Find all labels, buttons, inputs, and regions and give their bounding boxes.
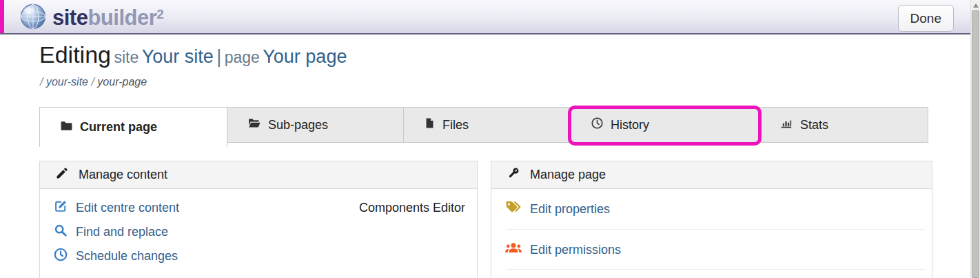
clock-icon	[591, 117, 604, 133]
schedule-changes-link[interactable]: Schedule changes	[53, 247, 178, 266]
app-header: sitebuilder2 Done	[0, 0, 980, 34]
breadcrumb: / your-site / your-page	[40, 76, 147, 88]
edit-properties-link[interactable]: Edit properties	[504, 199, 610, 219]
tab-history[interactable]: History	[570, 107, 759, 143]
content-row: Edit centre content Components Editor	[53, 196, 465, 220]
tab-current-page[interactable]: Current page	[39, 107, 227, 147]
folder-open-icon	[247, 117, 261, 133]
breadcrumb-site-link[interactable]: your-site	[46, 76, 88, 88]
bar-chart-icon	[779, 117, 793, 133]
manage-content-header: Manage content	[40, 161, 477, 189]
breadcrumb-slash: /	[40, 76, 43, 88]
find-and-replace-link[interactable]: Find and replace	[53, 223, 168, 241]
search-icon	[53, 223, 68, 241]
manage-page-panel: Manage page Edit properties Edit permiss…	[491, 161, 932, 278]
page-title: Editing site Your site | page Your page	[39, 41, 347, 68]
panel-title: Manage page	[530, 168, 606, 182]
tab-label: History	[611, 118, 649, 132]
panel-title: Manage content	[79, 168, 167, 182]
breadcrumb-slash: /	[91, 76, 94, 88]
content-row: Find and replace	[53, 220, 465, 244]
users-icon	[504, 240, 522, 259]
components-editor-note: Components Editor	[359, 201, 465, 215]
tab-sub-pages[interactable]: Sub-pages	[227, 107, 404, 143]
page-row-cut-off	[491, 270, 932, 278]
tab-files[interactable]: Files	[403, 107, 571, 143]
file-icon	[424, 117, 436, 133]
page-name: Your page	[263, 46, 347, 67]
title-separator: |	[216, 46, 221, 67]
folder-icon	[60, 119, 73, 136]
globe-icon	[19, 3, 47, 33]
vertical-scrollbar[interactable]	[970, 0, 980, 278]
clock-icon	[53, 247, 68, 266]
tab-stats[interactable]: Stats	[759, 107, 928, 143]
link-label: Find and replace	[76, 225, 168, 239]
tab-label: Sub-pages	[268, 118, 328, 132]
content-row: Schedule changes	[53, 244, 465, 268]
sitebuilder-editing-screen: sitebuilder2 Done Editing site Your site…	[0, 0, 980, 278]
done-button[interactable]: Done	[898, 5, 954, 32]
scrollbar-thumb[interactable]	[972, 10, 979, 278]
page-row: Edit properties	[491, 189, 932, 229]
link-label: Schedule changes	[76, 249, 178, 264]
edit-centre-content-link[interactable]: Edit centre content	[53, 199, 179, 217]
edit-square-icon	[53, 199, 68, 217]
edit-permissions-link[interactable]: Edit permissions	[504, 240, 621, 259]
tab-bar: Current page Sub-pages Files History	[39, 107, 928, 147]
site-name: Your site	[142, 46, 214, 67]
page-label: page	[225, 48, 260, 66]
manage-page-header: Manage page	[491, 161, 932, 189]
link-label: Edit centre content	[76, 201, 179, 215]
link-label: Edit properties	[530, 202, 610, 217]
tab-label: Files	[442, 118, 469, 132]
brand-wordmark: sitebuilder2	[52, 6, 163, 30]
site-label: site	[114, 48, 139, 66]
scroll-up-arrow-icon[interactable]	[973, 3, 979, 8]
breadcrumb-page: your-page	[97, 76, 147, 88]
pencil-icon	[55, 166, 69, 183]
tab-label: Stats	[800, 118, 828, 132]
magenta-edge-strip	[0, 0, 4, 33]
tags-icon	[504, 199, 522, 219]
tab-label: Current page	[80, 120, 157, 135]
link-label: Edit permissions	[530, 243, 621, 257]
manage-content-panel: Manage content Edit centre content Compo…	[39, 161, 478, 278]
page-row: Edit permissions	[491, 230, 932, 269]
wrench-icon	[507, 166, 520, 183]
editing-label: Editing	[39, 41, 111, 68]
sitebuilder-logo[interactable]: sitebuilder2	[19, 3, 163, 33]
